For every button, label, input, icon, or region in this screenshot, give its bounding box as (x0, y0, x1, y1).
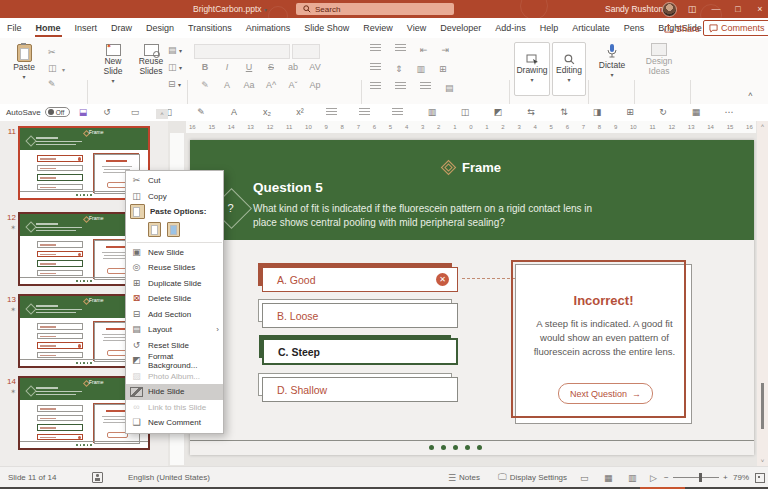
zoom-in-icon[interactable]: + (723, 473, 728, 482)
tab-transitions[interactable]: Transitions (181, 18, 239, 38)
paste-picture-icon[interactable] (167, 222, 180, 237)
paste-keep-formatting-icon[interactable] (148, 222, 161, 237)
paragraph-icon[interactable] (370, 63, 381, 71)
tab-design[interactable]: Design (139, 18, 181, 38)
tab-add-ins[interactable]: Add-ins (488, 18, 533, 38)
qat-icon-15[interactable]: ⊞ (623, 105, 637, 120)
qat-icon-8[interactable] (392, 108, 403, 116)
maximize-icon[interactable]: □ (730, 0, 746, 18)
font-size-combobox[interactable] (292, 44, 320, 59)
qat-icon-17[interactable]: ▦ (689, 105, 703, 120)
scrollbar-thumb[interactable] (761, 383, 764, 429)
menu-item-format-background[interactable]: ◩Format Background... (126, 353, 223, 369)
zoom-level[interactable]: 79% (733, 473, 749, 482)
menu-item-cut[interactable]: ✂Cut (126, 173, 223, 189)
copy-icon[interactable]: ◫ (48, 62, 57, 74)
minimize-icon[interactable]: — (708, 0, 724, 18)
dictate-button[interactable]: Dictate▾ (594, 43, 630, 80)
menu-item-layout[interactable]: ▤Layout› (126, 322, 223, 338)
font-style-icon-ab[interactable]: ab (282, 62, 304, 72)
menu-item-reuse-slides[interactable]: ◎Reuse Slides (126, 260, 223, 276)
font-style-icon-i[interactable]: I (216, 62, 238, 72)
reuse-slides-button[interactable]: Reuse Slides (134, 44, 168, 76)
qat-icon-18[interactable]: ⋯ (722, 105, 736, 120)
tab-developer[interactable]: Developer (433, 18, 488, 38)
menu-item-delete-slide[interactable]: ⊠Delete Slide (126, 291, 223, 307)
slides-layout-icon-0[interactable]: ▤ ▾ (168, 44, 182, 57)
paragraph-icon[interactable] (370, 44, 381, 52)
paragraph-icon[interactable] (395, 82, 406, 90)
share-button[interactable]: Share (664, 21, 700, 36)
qat-icon-4[interactable]: x₂ (260, 105, 274, 120)
qat-icon-3[interactable]: A (227, 105, 241, 120)
tab-home[interactable]: Home (29, 18, 68, 38)
answer-option-c[interactable]: C. Steep (262, 338, 458, 365)
font-style-icon-s[interactable]: S (260, 62, 282, 72)
answer-option-b[interactable]: B. Loose (262, 303, 458, 328)
font-format-icon[interactable]: Ap (304, 80, 326, 90)
menu-item-new-comment[interactable]: ❑New Comment (126, 415, 223, 431)
editing-button[interactable]: Editing▾ (552, 42, 586, 96)
menu-item-hide-slide[interactable]: Hide Slide (126, 384, 223, 400)
ribbon-display-options-icon[interactable]: ◫ (684, 0, 700, 18)
qat-icon-7[interactable] (359, 108, 370, 116)
tab-help[interactable]: Help (533, 18, 566, 38)
zoom-slider[interactable] (673, 477, 719, 478)
chevron-down-icon[interactable]: ▾ (62, 64, 65, 76)
paragraph-icon[interactable] (420, 82, 431, 90)
fit-to-window-icon[interactable] (755, 473, 765, 483)
new-slide-button[interactable]: ✶ New Slide▾ (96, 44, 130, 86)
scroll-down-icon[interactable]: ˅ (757, 458, 768, 464)
undo-icon[interactable]: ↺ (100, 105, 114, 120)
display-settings-button[interactable]: 🖵Display Settings (498, 472, 567, 483)
paragraph-icon[interactable]: ⇥ (442, 44, 450, 56)
qat-icon-16[interactable]: ↻ (656, 105, 670, 120)
comments-button[interactable]: Comments (703, 20, 768, 36)
tab-draw[interactable]: Draw (104, 18, 139, 38)
paragraph-icon[interactable]: ⇕ (395, 63, 403, 75)
qat-icon-11[interactable]: ◩ (491, 105, 505, 120)
format-painter-icon[interactable]: ✎ (48, 78, 56, 90)
save-icon[interactable]: ⬓ (76, 105, 90, 120)
menu-item-add-section[interactable]: ⊟Add Section (126, 307, 223, 323)
paragraph-icon[interactable]: ▥ (417, 63, 426, 75)
zoom-slider-thumb[interactable] (699, 473, 702, 482)
qat-icon-0[interactable]: ▭ (128, 105, 142, 120)
accessibility-icon[interactable] (92, 472, 103, 483)
notes-button[interactable]: ☰Notes (448, 473, 480, 483)
paragraph-icon[interactable] (395, 44, 406, 52)
font-format-icon[interactable]: A (216, 80, 238, 90)
font-format-icon[interactable]: Aa (238, 80, 260, 90)
tab-review[interactable]: Review (356, 18, 400, 38)
font-style-icon-av[interactable]: AV (304, 62, 326, 72)
toggle-switch[interactable]: Off (45, 107, 70, 117)
tab-insert[interactable]: Insert (68, 18, 105, 38)
zoom-out-icon[interactable]: − (664, 473, 669, 482)
avatar[interactable] (662, 2, 677, 17)
tab-articulate[interactable]: Articulate (565, 18, 617, 38)
font-format-icon[interactable]: Aˇ (282, 80, 304, 90)
language-indicator[interactable]: English (United States) (128, 473, 210, 482)
normal-view-icon[interactable]: ▭ (580, 473, 589, 483)
tab-slide-show[interactable]: Slide Show (297, 18, 356, 38)
tab-pens[interactable]: Pens (617, 18, 652, 38)
next-question-button[interactable]: Next Question → (558, 383, 653, 404)
qat-icon-10[interactable]: ◫ (458, 105, 472, 120)
reading-view-icon[interactable]: ▥ (628, 473, 637, 483)
font-format-icon[interactable]: ✎ (194, 80, 216, 90)
scroll-up-icon[interactable]: ˄ (757, 123, 768, 129)
tab-animations[interactable]: Animations (239, 18, 298, 38)
font-style-icon-b[interactable]: B (194, 62, 216, 72)
slides-layout-icon-1[interactable]: ◫ ▾ (168, 61, 182, 74)
font-style-icon-u[interactable]: U (238, 62, 260, 72)
paragraph-icon[interactable]: ⊞ (439, 63, 447, 75)
menu-item-reset-slide[interactable]: ↺Reset Slide (126, 338, 223, 354)
paragraph-icon[interactable] (370, 82, 381, 90)
menu-item-copy[interactable]: ◫Copy (126, 189, 223, 205)
autosave-toggle[interactable]: AutoSave Off (6, 104, 70, 120)
drawing-button[interactable]: Drawing▾ (514, 42, 550, 96)
tab-view[interactable]: View (400, 18, 433, 38)
qat-icon-9[interactable]: ▥ (425, 105, 439, 120)
slide-editing-area[interactable]: Frame ? Question 5 What kind of fit is i… (190, 140, 754, 455)
answer-option-d[interactable]: D. Shallow (262, 377, 458, 402)
